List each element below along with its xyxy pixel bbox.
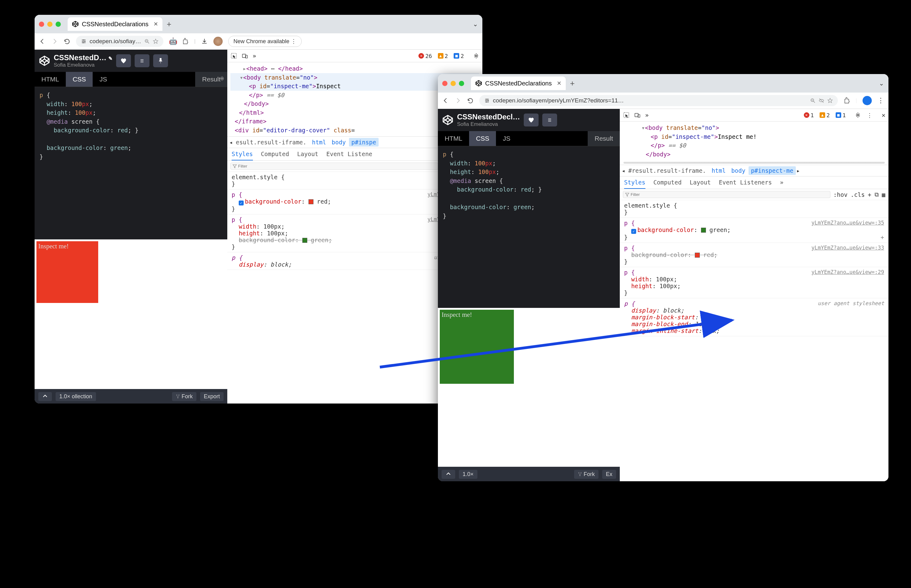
color-swatch-green[interactable] bbox=[701, 228, 706, 233]
heart-button[interactable] bbox=[116, 54, 131, 67]
dom-breadcrumbs[interactable]: ◂ #result.result-iframe. html body p#ins… bbox=[620, 165, 888, 176]
zoom-level[interactable]: 1.0× bbox=[459, 470, 477, 479]
cls-toggle[interactable]: .cls bbox=[851, 191, 865, 198]
zoom-icon[interactable] bbox=[810, 98, 815, 103]
export-button[interactable]: Export bbox=[200, 392, 224, 401]
tab-styles[interactable]: Styles bbox=[232, 150, 253, 160]
eye-off-icon[interactable] bbox=[819, 98, 824, 103]
chevron-down-icon[interactable]: ⌄ bbox=[879, 79, 884, 87]
zoom-icon[interactable] bbox=[144, 39, 150, 44]
scrollbar[interactable] bbox=[624, 162, 885, 163]
update-chip[interactable]: New Chrome available ⋮ bbox=[228, 36, 302, 47]
color-swatch-green[interactable] bbox=[302, 238, 307, 243]
extensions-icon[interactable] bbox=[843, 97, 850, 104]
rule-size[interactable]: yLmYEmZ?ano…ue&view=:29 p { width: 100px… bbox=[620, 267, 888, 298]
checkbox-icon[interactable]: ✓ bbox=[631, 229, 636, 234]
extensions-icon[interactable] bbox=[182, 38, 189, 45]
computed-toggle-icon[interactable]: ⧉ bbox=[875, 191, 879, 198]
tab-computed[interactable]: Computed bbox=[261, 150, 289, 160]
tab-html[interactable]: HTML bbox=[438, 131, 469, 146]
tab-computed[interactable]: Computed bbox=[653, 179, 682, 189]
filter-input[interactable] bbox=[230, 163, 438, 170]
back-button[interactable] bbox=[442, 97, 449, 104]
tab-event-listeners[interactable]: Event Listene bbox=[326, 150, 373, 160]
layout-button[interactable]: ☰ bbox=[542, 113, 557, 126]
maximize-window-icon[interactable] bbox=[55, 22, 61, 27]
close-window-icon[interactable] bbox=[442, 81, 447, 86]
tab-css[interactable]: CSS bbox=[469, 131, 496, 146]
robot-icon[interactable]: 🤖 bbox=[169, 37, 176, 45]
checkbox-icon[interactable]: ✓ bbox=[239, 200, 244, 205]
info-icon[interactable]: ■ bbox=[836, 112, 841, 118]
settings-icon[interactable] bbox=[473, 53, 479, 59]
inspect-element-icon[interactable] bbox=[623, 111, 630, 118]
tab-layout[interactable]: Layout bbox=[690, 179, 711, 189]
kebab-menu-icon[interactable]: ⋮ bbox=[877, 97, 884, 105]
new-tab-button[interactable]: + bbox=[570, 79, 575, 88]
dom-tree[interactable]: ▾<body translate="no"> <p id="inspect-me… bbox=[620, 121, 888, 160]
filter-input[interactable] bbox=[623, 191, 830, 198]
forward-button[interactable] bbox=[455, 97, 461, 104]
more-tabs-icon[interactable]: » bbox=[780, 179, 783, 189]
close-window-icon[interactable] bbox=[39, 22, 44, 27]
fork-button[interactable]: Fork bbox=[172, 392, 196, 401]
rule-element-style[interactable]: element.style { } bbox=[620, 200, 888, 218]
maximize-window-icon[interactable] bbox=[459, 81, 464, 86]
collapse-button[interactable] bbox=[38, 392, 52, 401]
tab-js[interactable]: JS bbox=[92, 72, 114, 87]
inspect-element-icon[interactable] bbox=[230, 52, 237, 59]
new-tab-button[interactable]: + bbox=[167, 19, 172, 29]
device-toggle-icon[interactable] bbox=[634, 111, 641, 118]
more-tabs-icon[interactable]: » bbox=[253, 52, 256, 59]
profile-avatar[interactable] bbox=[862, 96, 872, 105]
color-swatch-red[interactable] bbox=[695, 253, 700, 258]
inspect-box[interactable]: Inspect me! bbox=[36, 241, 98, 303]
css-editor[interactable]: p { width: 100px; height: 100px; @media … bbox=[35, 87, 227, 239]
tab-codepen[interactable]: CSSNestedDeclarations ✕ bbox=[68, 17, 162, 31]
error-icon[interactable]: ✕ bbox=[418, 53, 424, 59]
close-tab-icon[interactable]: ✕ bbox=[557, 80, 561, 87]
export-button[interactable]: Ex bbox=[602, 470, 616, 479]
tab-styles[interactable]: Styles bbox=[624, 179, 645, 189]
forward-button[interactable] bbox=[51, 38, 58, 45]
fork-button[interactable]: Fork bbox=[574, 470, 598, 479]
heart-button[interactable] bbox=[524, 113, 538, 126]
device-toggle-icon[interactable] bbox=[242, 52, 248, 59]
css-editor[interactable]: p { width: 100px; height: 100px; @media … bbox=[438, 146, 620, 308]
hov-toggle[interactable]: :hov bbox=[833, 191, 848, 198]
layout-toggle-icon[interactable]: ▦ bbox=[882, 191, 885, 198]
pin-button[interactable] bbox=[153, 54, 168, 67]
minimize-window-icon[interactable] bbox=[451, 81, 456, 86]
pen-title[interactable]: CSSNestedD… ✎ bbox=[54, 53, 112, 62]
color-swatch-red[interactable] bbox=[308, 199, 313, 204]
close-devtools-icon[interactable]: ✕ bbox=[882, 111, 885, 119]
close-tab-icon[interactable]: ✕ bbox=[154, 21, 158, 27]
warning-icon[interactable]: ▲ bbox=[438, 53, 443, 59]
tab-css[interactable]: CSS bbox=[66, 72, 92, 87]
warning-icon[interactable]: ▲ bbox=[820, 112, 825, 118]
star-icon[interactable] bbox=[827, 98, 833, 103]
tab-event-listeners[interactable]: Event Listeners bbox=[719, 179, 772, 189]
kebab-menu-icon[interactable]: ⋮ bbox=[867, 112, 872, 118]
tab-html[interactable]: HTML bbox=[35, 72, 66, 87]
settings-icon[interactable] bbox=[855, 112, 861, 118]
rule-bg-red-struck[interactable]: yLmYEmZ?ano…ue&view=:33 p { background-c… bbox=[620, 243, 888, 267]
error-icon[interactable]: ✕ bbox=[804, 112, 809, 118]
info-icon[interactable]: ■ bbox=[454, 53, 459, 59]
download-icon[interactable] bbox=[201, 38, 208, 45]
chevron-down-icon[interactable]: ⌄ bbox=[473, 20, 478, 28]
tab-js[interactable]: JS bbox=[496, 131, 517, 146]
tab-codepen[interactable]: CSSNestedDeclarations ✕ bbox=[471, 76, 566, 90]
zoom-level[interactable]: 1.0× ollection bbox=[55, 392, 96, 401]
window-controls[interactable] bbox=[442, 81, 464, 86]
minimize-window-icon[interactable] bbox=[47, 22, 52, 27]
profile-avatar[interactable] bbox=[213, 37, 223, 46]
reload-button[interactable] bbox=[63, 38, 70, 45]
rule-bg-green[interactable]: yLmYEmZ?ano…ue&view=:35 p { ✓background-… bbox=[620, 218, 888, 243]
layout-button[interactable]: ☰ bbox=[135, 54, 149, 67]
more-tabs-icon[interactable]: » bbox=[645, 111, 648, 118]
url-field[interactable]: codepen.io/sofiayem/pen/yLmYEmZ?editors=… bbox=[479, 95, 838, 106]
url-field[interactable]: codepen.io/sofiay… bbox=[76, 36, 164, 47]
pen-title[interactable]: CSSNestedDecl… bbox=[457, 113, 520, 121]
add-declaration-icon[interactable]: + bbox=[881, 234, 884, 241]
